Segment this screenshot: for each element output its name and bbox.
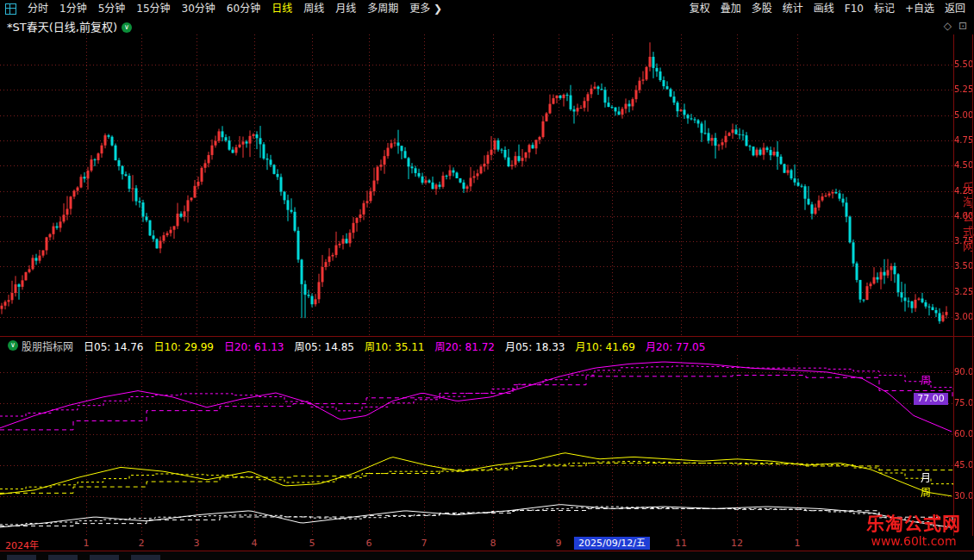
line-period-label: 周: [921, 376, 931, 386]
indicator-value: 月20: 77.05: [646, 339, 705, 353]
price-tick-label: 3.50: [954, 262, 972, 271]
line-period-label: 月: [921, 473, 931, 483]
tool-menu-item[interactable]: 画线: [814, 0, 834, 17]
price-tick-label: 5.00: [954, 111, 972, 120]
indicator-value: 月05: 18.33: [505, 339, 565, 353]
tool-menu-item[interactable]: 复权: [690, 0, 710, 17]
period-menu-item[interactable]: 60分钟: [227, 0, 260, 17]
month-tick-label: 1: [795, 538, 801, 549]
month-tick-label: 2: [139, 538, 145, 549]
tool-menu-item[interactable]: 标记: [874, 0, 895, 17]
price-tick-label: 4.75: [954, 136, 972, 145]
indicator-value: 日10: 29.99: [154, 339, 214, 353]
month-tick-label: 1: [84, 538, 90, 549]
month-tick-label: 6: [366, 538, 372, 549]
indicator-chart[interactable]: [0, 355, 974, 536]
title-bar: *ST春天(日线,前复权) ∨ ◇ ⊡: [0, 17, 974, 34]
period-menu: 分时1分钟5分钟15分钟30分钟60分钟日线周线月线多周期更多 ❯: [0, 0, 442, 17]
period-menu-item[interactable]: 15分钟: [136, 0, 170, 17]
period-menu-item[interactable]: 周线: [303, 0, 324, 17]
top-menu-bar: 分时1分钟5分钟15分钟30分钟60分钟日线周线月线多周期更多 ❯ 复权叠加多股…: [0, 0, 974, 17]
formula-dropdown-icon[interactable]: ∨: [122, 22, 132, 33]
month-tick-label: 5: [309, 538, 315, 549]
month-tick-label: 8: [490, 538, 496, 549]
indicator-value: 周05: 14.85: [294, 339, 353, 353]
month-tick-label: 3: [194, 538, 200, 549]
indicator-tick-label: 45.00: [954, 461, 972, 470]
indicator-value: 日05: 14.76: [84, 339, 143, 353]
year-label: 2024年: [5, 538, 39, 551]
axis-border: [953, 34, 954, 551]
month-tick-label: 7: [421, 538, 428, 549]
indicator-header: ∨ 股朋指标网 日05: 14.76日10: 29.99日20: 61.13周0…: [0, 338, 974, 353]
period-menu-item[interactable]: 分时: [28, 0, 48, 17]
tool-menu-item[interactable]: 叠加: [721, 0, 741, 17]
price-tick-label: 3.00: [954, 313, 972, 321]
stock-title[interactable]: *ST春天(日线,前复权): [0, 18, 117, 34]
time-axis: 2024年 2025/09/12/五 12345678911121: [0, 536, 974, 551]
indicator-dropdown-icon[interactable]: ∨: [8, 340, 18, 351]
indicator-tick-label: 90.00: [954, 368, 972, 376]
price-tick-label: 4.50: [954, 161, 972, 170]
candlestick-chart[interactable]: [0, 34, 974, 336]
tool-menu-item[interactable]: F10: [845, 0, 864, 17]
month-tick-label: 4: [252, 538, 258, 549]
period-menu-item[interactable]: 日线: [272, 0, 292, 17]
indicator-tick-label: 75.00: [954, 399, 972, 408]
indicator-value: 周10: 35.11: [365, 339, 424, 353]
window-icon[interactable]: ⊡: [958, 20, 967, 32]
tool-menu: 复权叠加多股统计画线F10标记+自选返回: [690, 0, 974, 17]
indicator-tick-label: 60.00: [954, 430, 972, 439]
period-menu-item[interactable]: 30分钟: [182, 0, 215, 17]
period-menu-item[interactable]: 月线: [335, 0, 356, 17]
tool-menu-item[interactable]: 统计: [783, 0, 803, 17]
period-menu-item[interactable]: 5分钟: [98, 0, 126, 17]
period-menu-item[interactable]: 1分钟: [59, 0, 87, 17]
diamond-icon[interactable]: ◇: [944, 20, 952, 32]
date-indicator: 2025/09/12/五: [574, 537, 650, 550]
indicator-value: 日20: 61.13: [224, 339, 284, 353]
month-tick-label: 11: [675, 538, 687, 549]
price-tick-label: 3.25: [954, 288, 972, 296]
line-period-label: 周: [921, 488, 931, 498]
panel-divider: [0, 336, 974, 337]
indicator-tick-label: 30.00: [954, 492, 972, 501]
indicator-value: 周20: 81.72: [434, 339, 494, 353]
tool-menu-item[interactable]: 返回: [945, 0, 965, 17]
indicator-name[interactable]: ∨ 股朋指标网: [3, 339, 73, 353]
value-badge: 77.00: [914, 393, 948, 405]
tool-menu-item[interactable]: +自选: [905, 0, 934, 17]
right-edge-border: [972, 34, 973, 551]
price-tick-label: 5.25: [954, 85, 972, 94]
month-tick-label: 12: [731, 538, 743, 549]
status-bar: [0, 551, 974, 560]
price-tick-label: 5.50: [954, 60, 972, 69]
period-menu-item[interactable]: 多周期: [367, 0, 398, 17]
month-tick-label: 9: [556, 538, 562, 549]
period-menu-item[interactable]: 更多 ❯: [409, 0, 442, 17]
indicator-value: 月10: 41.69: [575, 339, 634, 353]
app-grid-icon[interactable]: [5, 3, 16, 15]
tool-menu-item[interactable]: 多股: [752, 0, 772, 17]
